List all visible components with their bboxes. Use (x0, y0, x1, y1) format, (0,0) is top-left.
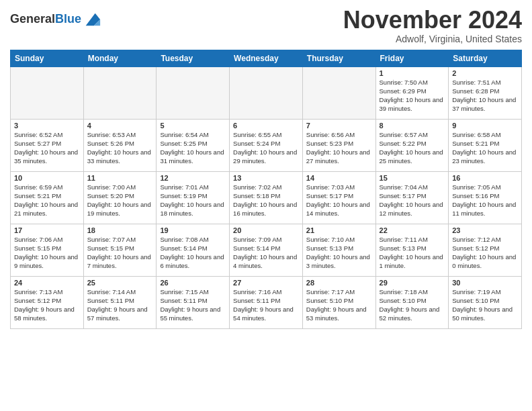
logo-icon (83, 10, 101, 29)
day-number: 20 (233, 226, 299, 234)
calendar-cell: 20Sunrise: 7:09 AMSunset: 5:14 PMDayligh… (230, 224, 303, 276)
calendar-cell: 1Sunrise: 7:50 AMSunset: 6:29 PMDaylight… (375, 66, 449, 119)
day-number: 11 (87, 174, 153, 182)
calendar-cell: 23Sunrise: 7:12 AMSunset: 5:12 PMDayligh… (449, 224, 522, 276)
day-number: 4 (87, 122, 153, 130)
calendar-cell: 4Sunrise: 6:53 AMSunset: 5:26 PMDaylight… (83, 119, 157, 171)
day-number: 2 (452, 69, 518, 77)
calendar-cell (83, 66, 157, 119)
day-number: 25 (87, 279, 153, 287)
day-info: Sunrise: 7:11 AMSunset: 5:13 PMDaylight:… (380, 235, 445, 271)
page-container: GeneralBlue November 2024 Adwolf, Virgin… (0, 0, 532, 332)
day-number: 26 (160, 279, 226, 287)
calendar-cell: 2Sunrise: 7:51 AMSunset: 6:28 PMDaylight… (449, 66, 522, 119)
day-number: 15 (380, 174, 445, 182)
day-info: Sunrise: 7:12 AMSunset: 5:12 PMDaylight:… (452, 235, 518, 271)
day-info: Sunrise: 7:08 AMSunset: 5:14 PMDaylight:… (160, 235, 226, 271)
day-info: Sunrise: 7:15 AMSunset: 5:11 PMDaylight:… (160, 287, 226, 323)
calendar-week-row: 3Sunrise: 6:52 AMSunset: 5:27 PMDaylight… (11, 119, 522, 171)
day-info: Sunrise: 7:18 AMSunset: 5:10 PMDaylight:… (380, 287, 445, 323)
calendar-cell: 9Sunrise: 6:58 AMSunset: 5:21 PMDaylight… (449, 119, 522, 171)
day-info: Sunrise: 7:17 AMSunset: 5:10 PMDaylight:… (306, 287, 372, 323)
calendar-cell (230, 66, 303, 119)
logo: GeneralBlue (10, 10, 101, 29)
day-number: 29 (380, 279, 445, 287)
day-info: Sunrise: 6:56 AMSunset: 5:23 PMDaylight:… (306, 130, 372, 166)
calendar-cell (11, 66, 84, 119)
day-number: 21 (306, 226, 372, 234)
calendar-cell: 26Sunrise: 7:15 AMSunset: 5:11 PMDayligh… (157, 276, 230, 328)
day-info: Sunrise: 7:13 AMSunset: 5:12 PMDaylight:… (14, 287, 80, 323)
day-info: Sunrise: 7:19 AMSunset: 5:10 PMDaylight:… (452, 287, 518, 323)
weekday-header: Wednesday (230, 50, 303, 66)
calendar-cell: 29Sunrise: 7:18 AMSunset: 5:10 PMDayligh… (375, 276, 449, 328)
calendar-cell: 10Sunrise: 6:59 AMSunset: 5:21 PMDayligh… (11, 171, 84, 224)
day-number: 14 (306, 174, 372, 182)
day-number: 6 (233, 122, 299, 130)
day-number: 12 (160, 174, 226, 182)
day-info: Sunrise: 7:14 AMSunset: 5:11 PMDaylight:… (87, 287, 153, 323)
calendar-cell: 8Sunrise: 6:57 AMSunset: 5:22 PMDaylight… (375, 119, 449, 171)
day-info: Sunrise: 7:03 AMSunset: 5:17 PMDaylight:… (306, 183, 372, 218)
day-number: 1 (380, 69, 445, 77)
day-number: 30 (452, 279, 518, 287)
day-info: Sunrise: 7:05 AMSunset: 5:16 PMDaylight:… (452, 183, 518, 218)
day-number: 18 (87, 226, 153, 234)
title-area: November 2024 Adwolf, Virginia, United S… (343, 7, 522, 44)
calendar-cell: 19Sunrise: 7:08 AMSunset: 5:14 PMDayligh… (157, 224, 230, 276)
weekday-header: Thursday (302, 50, 375, 66)
calendar-cell: 30Sunrise: 7:19 AMSunset: 5:10 PMDayligh… (449, 276, 522, 328)
day-info: Sunrise: 6:57 AMSunset: 5:22 PMDaylight:… (380, 130, 445, 166)
day-info: Sunrise: 6:53 AMSunset: 5:26 PMDaylight:… (87, 130, 153, 166)
calendar-cell (302, 66, 375, 119)
day-number: 19 (160, 226, 226, 234)
header: GeneralBlue November 2024 Adwolf, Virgin… (10, 7, 522, 44)
day-info: Sunrise: 7:00 AMSunset: 5:20 PMDaylight:… (87, 183, 153, 218)
day-number: 23 (452, 226, 518, 234)
day-number: 28 (306, 279, 372, 287)
day-number: 10 (14, 174, 80, 182)
day-number: 8 (380, 122, 445, 130)
calendar-cell: 11Sunrise: 7:00 AMSunset: 5:20 PMDayligh… (83, 171, 157, 224)
day-info: Sunrise: 6:58 AMSunset: 5:21 PMDaylight:… (452, 130, 518, 166)
calendar-cell: 3Sunrise: 6:52 AMSunset: 5:27 PMDaylight… (11, 119, 84, 171)
location: Adwolf, Virginia, United States (343, 34, 522, 44)
day-info: Sunrise: 7:10 AMSunset: 5:13 PMDaylight:… (306, 235, 372, 271)
day-info: Sunrise: 6:54 AMSunset: 5:25 PMDaylight:… (160, 130, 226, 166)
calendar-cell: 25Sunrise: 7:14 AMSunset: 5:11 PMDayligh… (83, 276, 157, 328)
day-number: 22 (380, 226, 445, 234)
calendar-week-row: 24Sunrise: 7:13 AMSunset: 5:12 PMDayligh… (11, 276, 522, 328)
calendar-week-row: 1Sunrise: 7:50 AMSunset: 6:29 PMDaylight… (11, 66, 522, 119)
day-info: Sunrise: 7:50 AMSunset: 6:29 PMDaylight:… (380, 78, 445, 113)
day-info: Sunrise: 6:55 AMSunset: 5:24 PMDaylight:… (233, 130, 299, 166)
calendar-cell: 27Sunrise: 7:16 AMSunset: 5:11 PMDayligh… (230, 276, 303, 328)
day-info: Sunrise: 7:01 AMSunset: 5:19 PMDaylight:… (160, 183, 226, 218)
calendar: SundayMondayTuesdayWednesdayThursdayFrid… (10, 50, 522, 329)
calendar-cell: 5Sunrise: 6:54 AMSunset: 5:25 PMDaylight… (157, 119, 230, 171)
logo-text: GeneralBlue (10, 13, 81, 26)
calendar-cell: 6Sunrise: 6:55 AMSunset: 5:24 PMDaylight… (230, 119, 303, 171)
calendar-cell: 22Sunrise: 7:11 AMSunset: 5:13 PMDayligh… (375, 224, 449, 276)
day-number: 9 (452, 122, 518, 130)
day-info: Sunrise: 7:02 AMSunset: 5:18 PMDaylight:… (233, 183, 299, 218)
calendar-week-row: 10Sunrise: 6:59 AMSunset: 5:21 PMDayligh… (11, 171, 522, 224)
day-info: Sunrise: 7:16 AMSunset: 5:11 PMDaylight:… (233, 287, 299, 323)
calendar-cell: 14Sunrise: 7:03 AMSunset: 5:17 PMDayligh… (302, 171, 375, 224)
day-number: 13 (233, 174, 299, 182)
weekday-header: Saturday (449, 50, 522, 66)
month-title: November 2024 (343, 7, 522, 34)
calendar-cell: 16Sunrise: 7:05 AMSunset: 5:16 PMDayligh… (449, 171, 522, 224)
day-number: 24 (14, 279, 80, 287)
day-info: Sunrise: 7:04 AMSunset: 5:17 PMDaylight:… (380, 183, 445, 218)
day-info: Sunrise: 7:06 AMSunset: 5:15 PMDaylight:… (14, 235, 80, 271)
weekday-header: Tuesday (157, 50, 230, 66)
calendar-cell: 18Sunrise: 7:07 AMSunset: 5:15 PMDayligh… (83, 224, 157, 276)
calendar-cell: 13Sunrise: 7:02 AMSunset: 5:18 PMDayligh… (230, 171, 303, 224)
calendar-week-row: 17Sunrise: 7:06 AMSunset: 5:15 PMDayligh… (11, 224, 522, 276)
day-number: 27 (233, 279, 299, 287)
weekday-header: Friday (375, 50, 449, 66)
day-number: 17 (14, 226, 80, 234)
calendar-cell (157, 66, 230, 119)
calendar-cell: 12Sunrise: 7:01 AMSunset: 5:19 PMDayligh… (157, 171, 230, 224)
calendar-cell: 15Sunrise: 7:04 AMSunset: 5:17 PMDayligh… (375, 171, 449, 224)
